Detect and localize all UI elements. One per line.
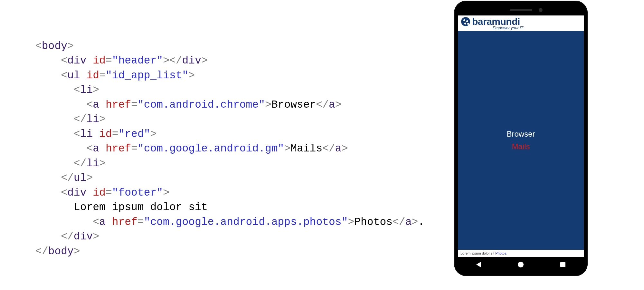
nav-back-icon[interactable]: [476, 262, 481, 267]
footer-text: Lorem ipsum dolor sit: [460, 251, 495, 255]
android-navbar: [458, 257, 584, 272]
brand-tagline: Empower your IT: [493, 26, 523, 30]
phone-inner: baramundi Empower your IT Browser Mails …: [458, 5, 584, 272]
phone-mockup: baramundi Empower your IT Browser Mails …: [454, 1, 588, 276]
nav-recent-icon[interactable]: [560, 262, 565, 267]
code-snippet: <body> <div id="header"></div> <ul id="i…: [35, 24, 424, 259]
footer-dot: .: [506, 251, 507, 255]
footer-photos-link[interactable]: Photos: [495, 251, 506, 255]
speaker-icon: [510, 9, 532, 11]
nav-home-icon[interactable]: [518, 262, 524, 267]
kiosk-footer: Lorem ipsum dolor sit Photos.: [458, 250, 584, 257]
brand-name: baramundi: [472, 17, 520, 26]
kiosk-item-mails[interactable]: Mails: [507, 140, 535, 153]
camera-icon: [539, 8, 543, 12]
brand-logo-icon: [461, 17, 470, 26]
kiosk-item-browser[interactable]: Browser: [507, 128, 535, 140]
brand-header: baramundi Empower your IT: [458, 15, 584, 31]
phone-screen: baramundi Empower your IT Browser Mails …: [458, 15, 584, 257]
kiosk-app-list: Browser Mails: [507, 128, 535, 153]
kiosk-body: Browser Mails: [458, 31, 584, 250]
